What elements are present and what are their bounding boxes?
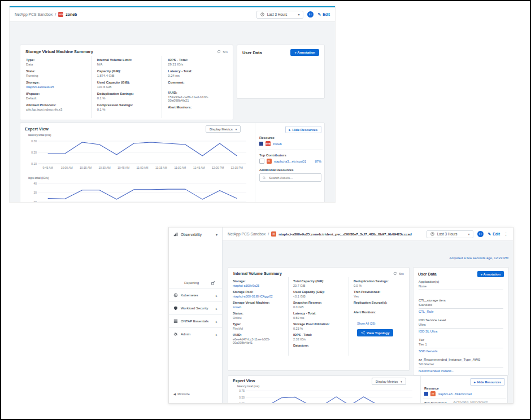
chevron-right-icon: ▸ [216, 333, 217, 336]
summary-field: Comment: [168, 81, 227, 88]
series-color-swatch [424, 392, 428, 396]
chevron-right-icon: ▸ [216, 307, 217, 310]
add-annotation-button[interactable]: + Annotation [290, 49, 319, 56]
summary-field: Type:Data [26, 58, 85, 66]
sidebar-item-workload-security[interactable]: Workload Security ▸ [169, 301, 222, 314]
summary-field: Internal Volume Limit:N/A [97, 58, 156, 66]
user-data-field-link[interactable]: SSD flexvols [419, 349, 503, 353]
expert-view-card: Expert View Display Metrics ▾ latency.to… [20, 123, 325, 203]
chevron-down-icon: ▾ [236, 128, 237, 131]
refresh-control[interactable]: 5m [393, 272, 404, 275]
time-range-picker[interactable]: Last 3 Hours ▾ [426, 230, 474, 238]
svg-text:11:00 AM: 11:00 AM [137, 166, 149, 169]
sidebar-sub-item[interactable] [169, 270, 222, 277]
summary-field: IOPS - Total:29.21 IO/s [168, 58, 227, 66]
minimize-sidebar-button[interactable]: ◀ Minimize [173, 392, 190, 396]
sidebar-item-admin[interactable]: Admin ▸ [169, 327, 222, 340]
svg-text:0.50: 0.50 [239, 396, 245, 399]
display-metrics-button[interactable]: Display Metrics ▾ [372, 378, 406, 385]
svm-page-content: Storage Virtual Machine Summary 5m Type:… [10, 22, 335, 202]
summary-field: IPspace:Default [26, 92, 85, 100]
chevron-down-icon: ▾ [298, 12, 299, 16]
clock-icon [430, 232, 434, 236]
user-data-field: Application(s) None [414, 280, 508, 294]
sidebar-sub-item[interactable] [169, 255, 222, 262]
search-input[interactable] [268, 176, 318, 180]
contributor-link[interactable]: ntaphci-a3...eb:iscsi01 [274, 160, 307, 163]
kubernetes-icon [173, 293, 178, 298]
page-title: zoneb [66, 12, 77, 16]
sidebar-item-observability[interactable]: Observability ▾ [169, 228, 222, 240]
svm-summary-col2: Internal Volume Limit:N/ACapacity (GiB):… [91, 56, 162, 118]
acquired-status: Acquired a few seconds ago, 12:23 PM [450, 256, 508, 260]
auto-refresh-button[interactable] [307, 11, 314, 18]
hide-resources-button[interactable]: ▸ Hide Resources [470, 378, 505, 386]
resource-label: Resource [259, 136, 321, 139]
display-metrics-button[interactable]: Display Metrics ▾ [206, 125, 241, 133]
chevron-down-icon: ▾ [216, 233, 217, 237]
sidebar-sub-item[interactable] [169, 262, 222, 270]
summary-field: UUID:153a93e1-ce8b-11ed-b100-00a098b4fa2… [168, 91, 227, 102]
sidebar-item-ontap-essentials[interactable]: ONTAP Essentials ▸ [169, 314, 222, 327]
summary-field: Latency - Total:0.24 ms [168, 69, 227, 77]
divider [258, 150, 323, 150]
svg-text:9:45 AM: 9:45 AM [43, 166, 53, 169]
breadcrumb-app[interactable]: NetApp PCS Sandbox [15, 12, 53, 16]
external-link-icon [211, 281, 215, 285]
more-menu-icon[interactable]: ⋮ [504, 232, 508, 237]
breadcrumb-separator: / [268, 232, 269, 236]
additional-resources-label: Additional Resources [259, 168, 321, 172]
time-range-picker[interactable]: Last 3 Hours ▾ [256, 11, 304, 19]
svm-latency-chart: 0.100.200.309:45 AM10:00 AM10:15 AM10:30… [24, 137, 251, 170]
summary-field: Datastore: [293, 344, 344, 351]
expert-view-title: Expert View [233, 379, 255, 383]
add-annotation-button[interactable]: + Annotation [477, 271, 504, 277]
bar-chart-icon [173, 232, 178, 237]
contributor-percent: 87% [315, 160, 321, 163]
internal-volume-icon: IV [430, 391, 436, 396]
iv-summary-col3-fields: Deduplication Savings:0.0 %Thin Provisio… [354, 279, 404, 308]
search-icon [263, 176, 266, 180]
hide-resources-button[interactable]: ▸ Hide Resources [285, 126, 322, 133]
user-data-field: IOD Service Level Ultra IOD SL Ultra [414, 318, 508, 333]
edit-button[interactable]: ✎ Edit [317, 12, 330, 17]
user-data-field-link[interactable]: CTL_Rule [419, 310, 503, 313]
sidebar-sub-items [169, 240, 222, 277]
summary-field: Total Capacity (GiB):20.7 GiB [293, 279, 344, 287]
sidebar-item-reporting[interactable]: Reporting [169, 277, 222, 288]
summary-field: Storage:ntaphci-a300e9u25 [233, 279, 284, 287]
sidebar-item-kubernetes[interactable]: Kubernetes ▸ [169, 288, 222, 301]
internal-volume-icon: IV [271, 231, 276, 237]
view-topology-button[interactable]: View Topology [357, 329, 393, 336]
svg-text:10:45 AM: 10:45 AM [117, 166, 129, 169]
summary-field: Compression Savings:0.1 % [97, 103, 156, 111]
top-correlated-label: Top Correlated [424, 401, 505, 404]
resource-link[interactable]: zoneb [273, 142, 282, 146]
user-data-field-link[interactable]: recommended instanc... [419, 369, 503, 373]
svg-text:10:30 AM: 10:30 AM [99, 166, 111, 169]
user-data-field-link[interactable]: IOD SL Ultra [419, 330, 503, 333]
auto-refresh-button[interactable] [477, 231, 484, 237]
svm-summary-columns: Type:DataState:RunningStorage:ntaphci-a3… [20, 56, 233, 118]
svg-text:30: 30 [33, 191, 37, 194]
contributor-row: IV ntaphci-a3...eb:iscsi01 87% [259, 159, 321, 164]
contributor-checkbox[interactable] [259, 159, 264, 164]
refresh-control[interactable]: 5m [217, 50, 228, 54]
summary-field: Deduplication Savings:0.1 % [97, 92, 156, 100]
iv-summary-col1: Storage:ntaphci-a300e9u25Storage Pool:nt… [228, 277, 288, 356]
svg-text:0.75: 0.75 [239, 389, 245, 392]
summary-field: Capacity (GiB):1,874.4 GiB [97, 69, 156, 77]
resource-row: IV ntaphci-a3...69423cccad [424, 391, 505, 396]
summary-field: Replication Source(s): [354, 301, 404, 308]
edit-button[interactable]: ✎ Edit [488, 232, 500, 237]
breadcrumb-app[interactable]: NetApp PCS Sandbox [228, 232, 266, 236]
user-data-field-link[interactable] [419, 291, 503, 294]
chevron-down-icon: ▾ [468, 232, 469, 236]
show-all-link[interactable]: Show All (26) [357, 322, 404, 325]
sidebar-sub-item[interactable] [169, 248, 222, 255]
list-icon [173, 319, 178, 323]
resource-link[interactable]: ntaphci-a3...69423cccad [438, 392, 472, 396]
topology-icon [361, 331, 365, 335]
asset-search [259, 173, 321, 182]
sidebar-sub-item[interactable] [169, 240, 222, 248]
